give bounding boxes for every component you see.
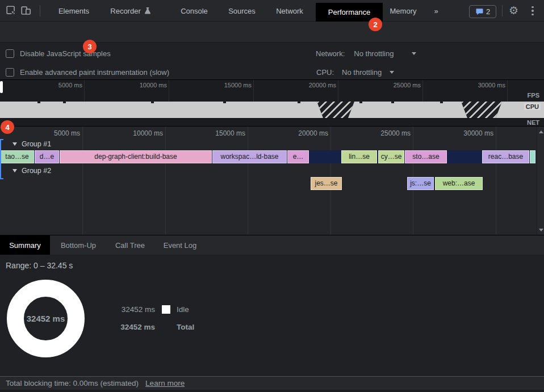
bottom-strip: [0, 390, 544, 392]
overview-window-left-handle[interactable]: [0, 81, 3, 93]
disable-js-samples-checkbox[interactable]: [6, 49, 14, 58]
network-throttle-select[interactable]: No throttling: [354, 49, 394, 58]
cpu-dip: [391, 102, 394, 103]
flame-bar[interactable]: sto…ase: [405, 150, 447, 163]
tab-label: Performance: [328, 8, 370, 16]
chevron-down-icon: [390, 71, 394, 74]
flame-tick-label: 25000 ms: [365, 129, 411, 137]
tab-label: Sources: [228, 7, 256, 15]
group-label: Group #1: [22, 140, 51, 148]
flame-bar[interactable]: e…: [287, 150, 309, 163]
tab-memory[interactable]: Memory: [383, 0, 424, 22]
tab-console[interactable]: Console: [170, 0, 218, 22]
annotation-badge-4: 4: [1, 120, 14, 134]
cpu-dip: [298, 102, 300, 103]
flame-bar[interactable]: js:…se: [407, 177, 434, 190]
scroll-up-icon[interactable]: [539, 130, 543, 133]
tab-label: »: [434, 7, 438, 15]
inspect-element-icon[interactable]: [6, 5, 16, 16]
tab-summary[interactable]: Summary: [0, 235, 50, 255]
net-lane-label: NET: [510, 119, 539, 126]
flame-bar[interactable]: web:…ase: [435, 177, 483, 190]
legend-swatch: [162, 305, 170, 314]
devtools-tab-bar: ElementsRecorderConsoleSourcesNetworkPer…: [0, 0, 544, 22]
flame-tick-label: 10000 ms: [118, 129, 163, 137]
tab-bottom-up[interactable]: Bottom-Up: [53, 235, 104, 255]
fps-lane-label: FPS: [510, 92, 539, 99]
tab-label: Recorder: [110, 7, 140, 15]
advanced-paint-checkbox[interactable]: [6, 68, 14, 77]
tab-label: Call Tree: [115, 241, 145, 250]
learn-more-link[interactable]: Learn more: [145, 379, 185, 387]
capture-settings-pane: Disable JavaScript samples Enable advanc…: [0, 42, 544, 79]
tab-recorder[interactable]: Recorder: [100, 0, 161, 22]
idle-donut-chart: 32452 ms: [7, 280, 85, 357]
overview-tick-label: 15000 ms: [212, 82, 252, 88]
total-blocking-time-text: Total blocking time: 0.00ms (estimated): [6, 379, 139, 387]
cpu-hatched-region: [317, 102, 354, 118]
tab-elements[interactable]: Elements: [49, 0, 99, 22]
legend-row-total: 32452 msTotal: [115, 323, 194, 331]
flame-track-2: jes…sejs:…seweb:…ase: [0, 177, 536, 190]
overview-gridline: [169, 80, 169, 102]
chevron-down-icon: [412, 52, 416, 55]
legend-label: Idle: [177, 305, 189, 314]
flask-icon: [144, 7, 151, 15]
scroll-down-icon[interactable]: [539, 229, 543, 231]
overview-gridline: [507, 80, 508, 102]
advanced-paint-label: Enable advanced paint instrumentation (s…: [20, 68, 169, 77]
selection-bracket: [0, 139, 3, 179]
tab-call-tree[interactable]: Call Tree: [108, 235, 152, 255]
tab-label: Memory: [390, 7, 417, 15]
flame-bar[interactable]: tao…se: [0, 150, 34, 163]
group-header-2[interactable]: Group #2: [12, 167, 51, 175]
overview-tick-label: 20000 ms: [296, 82, 336, 88]
tab-label: Network: [276, 7, 303, 15]
network-throttle-label: Network:: [316, 49, 345, 58]
overview-gridline: [253, 80, 254, 102]
cpu-dip: [359, 102, 362, 103]
cpu-throttle-select[interactable]: No throttling: [342, 68, 382, 77]
tab-event-log[interactable]: Event Log: [156, 235, 204, 255]
overview-tick-label: 5000 ms: [43, 82, 82, 88]
cpu-throttle-label: CPU:: [316, 68, 334, 77]
flame-bar[interactable]: lin…se: [341, 150, 377, 163]
flame-bar[interactable]: workspac…ld-base: [212, 150, 287, 163]
cpu-dip: [37, 102, 40, 103]
flame-bar[interactable]: d…e: [35, 150, 59, 163]
flame-chart[interactable]: 5000 ms10000 ms15000 ms20000 ms25000 ms3…: [0, 126, 544, 235]
group-header-1[interactable]: Group #1: [12, 140, 51, 148]
flame-bar[interactable]: dep-graph-client:build-base: [60, 150, 212, 163]
cpu-dip: [223, 102, 226, 103]
flame-tick-label: 15000 ms: [200, 129, 245, 137]
flame-bar[interactable]: reac…base: [482, 150, 529, 163]
flame-track-1: tao…sed…edep-graph-client:build-basework…: [0, 150, 536, 163]
chevron-down-icon: [12, 142, 17, 146]
footer-bar: Total blocking time: 0.00ms (estimated) …: [0, 376, 544, 390]
tab-label: Elements: [58, 7, 89, 15]
overview-tick-label: 25000 ms: [381, 82, 421, 88]
tab-more[interactable]: »: [427, 0, 445, 22]
details-tab-bar: SummaryBottom-UpCall TreeEvent Log: [0, 235, 544, 255]
settings-gear-icon[interactable]: ⚙: [509, 5, 518, 16]
flame-tick-label: 5000 ms: [35, 129, 80, 137]
flame-bar[interactable]: [530, 150, 535, 163]
timeline-overview[interactable]: 5000 ms10000 ms15000 ms20000 ms25000 ms3…: [0, 79, 544, 126]
cpu-dip: [63, 102, 66, 103]
flame-bar[interactable]: cy…se: [378, 150, 404, 163]
tab-sources[interactable]: Sources: [220, 0, 263, 22]
console-messages-button[interactable]: 2: [469, 5, 496, 18]
flame-tick-label: 20000 ms: [283, 129, 328, 137]
overview-tick-label: 10000 ms: [127, 82, 167, 88]
flame-chart-scrollbar[interactable]: [537, 127, 544, 235]
cpu-dip: [440, 102, 443, 103]
legend-value: 32452 ms: [115, 323, 155, 331]
flame-tick-label: 30000 ms: [448, 129, 493, 137]
more-options-menu-icon[interactable]: [528, 5, 538, 16]
flame-bar[interactable]: jes…se: [311, 177, 342, 190]
cpu-dip: [151, 102, 154, 103]
tab-label: Bottom-Up: [61, 241, 96, 250]
tab-network[interactable]: Network: [266, 0, 313, 22]
group-label: Group #2: [22, 167, 51, 175]
device-toolbar-icon[interactable]: [20, 5, 31, 16]
